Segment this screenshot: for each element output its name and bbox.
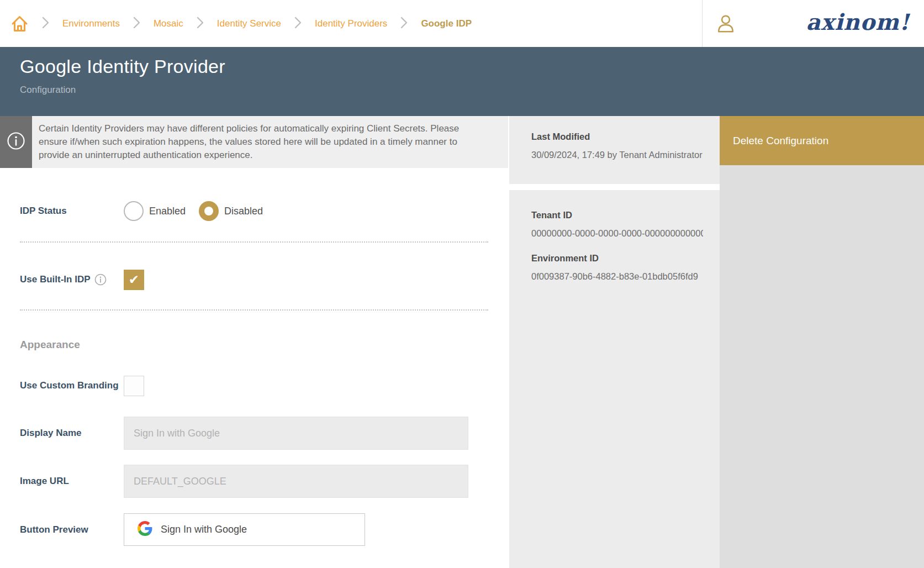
radio-enabled[interactable]: Enabled bbox=[124, 201, 186, 221]
topbar-divider bbox=[702, 0, 703, 47]
app-root: Environments Mosaic Identity Service Ide… bbox=[0, 0, 924, 568]
use-custom-branding-label: Use Custom Branding bbox=[0, 380, 124, 392]
topbar: Environments Mosaic Identity Service Ide… bbox=[0, 0, 924, 47]
radio-disabled-circle[interactable] bbox=[199, 201, 219, 221]
info-icon bbox=[7, 132, 25, 152]
home-icon[interactable] bbox=[10, 14, 29, 33]
breadcrumb-current: Google IDP bbox=[421, 18, 472, 29]
button-preview-row: Button Preview Sign In with Google bbox=[0, 513, 365, 546]
page-title: Google Identity Provider bbox=[20, 56, 225, 77]
image-url-row: Image URL bbox=[0, 465, 468, 498]
use-custom-branding-checkbox[interactable] bbox=[124, 376, 144, 396]
breadcrumb-item-identity-providers[interactable]: Identity Providers bbox=[315, 18, 387, 29]
action-column: Delete Configuration bbox=[720, 116, 924, 568]
display-name-label: Display Name bbox=[0, 427, 124, 439]
google-sign-in-button-text: Sign In with Google bbox=[161, 524, 247, 535]
last-modified-panel: Last Modified 30/09/2024, 17:49 by Tenan… bbox=[509, 116, 720, 184]
main-form: Certain Identity Providers may have diff… bbox=[0, 116, 508, 568]
radio-enabled-label: Enabled bbox=[149, 206, 186, 217]
chevron-right-icon bbox=[42, 17, 49, 31]
user-icon[interactable] bbox=[717, 14, 735, 32]
separator bbox=[20, 309, 488, 311]
google-g-icon bbox=[138, 521, 152, 538]
breadcrumb: Environments Mosaic Identity Service Ide… bbox=[10, 0, 472, 47]
idp-status-row: IDP Status Enabled Disabled bbox=[0, 200, 263, 222]
last-modified-value: 30/09/2024, 17:49 by Tenant Administrato… bbox=[531, 150, 703, 160]
use-built-in-row: Use Built-In IDP ✔ bbox=[0, 269, 144, 291]
chevron-right-icon bbox=[400, 17, 408, 31]
idp-status-label: IDP Status bbox=[0, 205, 124, 217]
tenant-id-value: 00000000-0000-0000-0000-000000000000 bbox=[531, 228, 703, 239]
ids-panel: Tenant ID 00000000-0000-0000-0000-000000… bbox=[509, 190, 720, 568]
info-sidebar: Last Modified 30/09/2024, 17:49 by Tenan… bbox=[509, 116, 720, 568]
display-name-row: Display Name bbox=[0, 417, 468, 450]
radio-disabled[interactable]: Disabled bbox=[199, 201, 263, 221]
breadcrumb-item-environments[interactable]: Environments bbox=[62, 18, 120, 29]
axinom-logo: axinom! bbox=[806, 9, 910, 35]
appearance-section-title: Appearance bbox=[20, 339, 80, 351]
chevron-right-icon bbox=[197, 17, 204, 31]
delete-configuration-button[interactable]: Delete Configuration bbox=[720, 116, 924, 165]
info-tooltip-icon[interactable] bbox=[94, 274, 107, 286]
use-built-in-label: Use Built-In IDP bbox=[20, 274, 91, 286]
use-built-in-label-wrap: Use Built-In IDP bbox=[0, 274, 124, 286]
google-sign-in-button-preview[interactable]: Sign In with Google bbox=[124, 513, 365, 546]
environment-id-value: 0f009387-90b6-4882-b83e-01bdb05f6fd9 bbox=[531, 271, 703, 282]
content: Certain Identity Providers may have diff… bbox=[0, 116, 924, 568]
radio-disabled-label: Disabled bbox=[224, 206, 263, 217]
image-url-input[interactable] bbox=[124, 465, 468, 498]
page-subtitle: Configuration bbox=[20, 85, 76, 96]
chevron-right-icon bbox=[133, 17, 140, 31]
chevron-right-icon bbox=[294, 17, 302, 31]
environment-id-label: Environment ID bbox=[531, 253, 703, 264]
info-banner: Certain Identity Providers may have diff… bbox=[0, 116, 508, 168]
tenant-id-label: Tenant ID bbox=[531, 210, 703, 220]
image-url-label: Image URL bbox=[0, 475, 124, 487]
use-custom-branding-row: Use Custom Branding bbox=[0, 371, 144, 400]
breadcrumb-item-identity-service[interactable]: Identity Service bbox=[217, 18, 281, 29]
last-modified-label: Last Modified bbox=[531, 132, 703, 142]
breadcrumb-item-mosaic[interactable]: Mosaic bbox=[154, 18, 183, 29]
info-banner-body: Certain Identity Providers may have diff… bbox=[32, 116, 508, 168]
button-preview-label: Button Preview bbox=[0, 524, 124, 536]
use-built-in-checkbox[interactable]: ✔ bbox=[124, 270, 144, 290]
display-name-input[interactable] bbox=[124, 417, 468, 450]
checkmark-icon: ✔ bbox=[129, 272, 139, 287]
separator bbox=[20, 241, 488, 243]
info-banner-text: Certain Identity Providers may have diff… bbox=[39, 122, 482, 162]
idp-status-radio-group: Enabled Disabled bbox=[124, 201, 263, 221]
radio-enabled-circle[interactable] bbox=[124, 201, 144, 221]
info-banner-iconbox bbox=[0, 116, 32, 168]
page-header: Google Identity Provider Configuration bbox=[0, 47, 924, 116]
